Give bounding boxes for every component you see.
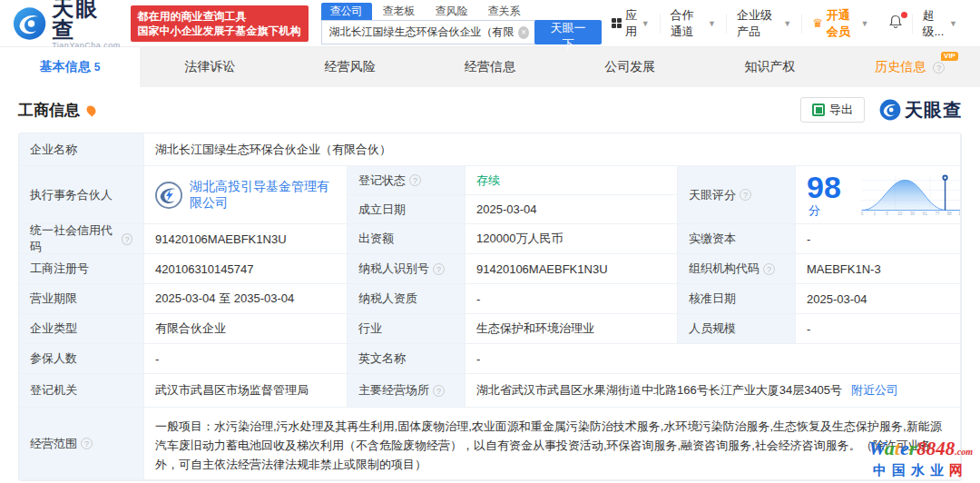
main-tabbar: 基本信息 5 法律诉讼 经营风险 经营信息 公司发展 知识产权 历史信息 VIP: [0, 47, 980, 87]
field-label-insured-count: 参保人数: [19, 344, 144, 374]
field-label-tyc-score: 天眼评分: [678, 166, 796, 224]
question-icon[interactable]: [433, 385, 445, 397]
field-label-org-code: 组织机构代码: [678, 254, 796, 284]
field-value-company-type: 有限合伙企业: [144, 314, 348, 344]
chevron-down-icon: ▼: [783, 19, 791, 28]
watermark-line1: Water8848.com: [868, 439, 973, 461]
business-info-table: 企业名称 湖北长江国绿生态环保合伙企业（有限合伙） 执行事务合伙人 湖北高投引导…: [18, 133, 962, 481]
tab-history-info[interactable]: 历史信息 VIP: [840, 47, 980, 87]
page: 天眼查 TianYanCha.com 都在用的商业查询工具 国家中小企业发展子基…: [0, 0, 980, 483]
apps-grid-icon: [612, 18, 622, 29]
chevron-down-icon: ▼: [949, 19, 957, 28]
field-value-reg-status: 存续: [466, 166, 678, 195]
tab-label: 公司发展: [604, 59, 655, 75]
search-button[interactable]: 天眼一下: [534, 20, 601, 44]
field-value-staff-size: -: [796, 314, 961, 344]
export-button[interactable]: 导出: [800, 97, 865, 123]
search-area: 查公司 查老板 查风险 查关系 × 天眼一下: [321, 3, 602, 44]
vip-badge: VIP: [941, 52, 958, 61]
clear-icon[interactable]: ×: [518, 26, 529, 39]
question-icon[interactable]: [433, 263, 445, 275]
tab-operation-risk[interactable]: 经营风险: [280, 47, 420, 87]
question-icon[interactable]: [409, 174, 421, 186]
field-label-main-premises: 主要经营场所: [348, 374, 466, 408]
logo-text: 天眼查 TianYanCha.com: [52, 0, 121, 50]
search-tab-boss[interactable]: 查老板: [374, 3, 425, 20]
nav-enterprise[interactable]: 企业级产品 ▼: [726, 14, 801, 34]
top-nav: 应用 ▼ 合作通道 ▼ 企业级产品 ▼ ♛ 开通会员 ▼: [602, 14, 967, 34]
tab-count: 5: [94, 61, 101, 74]
field-value-establish-date: 2025-03-04: [466, 195, 678, 224]
svg-text:30: 30: [910, 212, 916, 216]
question-icon[interactable]: [81, 438, 93, 449]
tab-label: 历史信息: [875, 59, 926, 75]
question-icon[interactable]: [763, 263, 775, 275]
field-value-insured-count: -: [144, 344, 348, 374]
field-value-business-scope: 一般项目：水污染治理,污水处理及其再生利用,固体废物治理,农业面源和重金属污染防…: [144, 408, 961, 480]
nearby-companies-link[interactable]: 附近公司: [851, 382, 898, 399]
svg-text:61: 61: [922, 212, 927, 216]
nav-vip[interactable]: ♛ 开通会员 ▼: [801, 14, 878, 34]
question-icon[interactable]: [740, 189, 751, 201]
notification-dot: [901, 12, 907, 18]
tab-label: 基本信息: [40, 59, 91, 75]
question-icon[interactable]: [122, 233, 132, 245]
water8848-watermark: Water8848.com 中国水业网: [868, 439, 973, 479]
excel-icon: [812, 104, 825, 116]
field-value-paid-capital: -: [796, 224, 961, 254]
watermark-line2: 中国水业网: [868, 461, 973, 479]
section-title: 工商信息: [18, 100, 80, 121]
tab-company-development[interactable]: 公司发展: [560, 47, 700, 87]
nav-enterprise-label: 企业级产品: [737, 7, 779, 40]
field-value-reg-authority: 武汉市武昌区市场监督管理局: [144, 374, 348, 408]
partner-company-logo: [155, 182, 182, 209]
nav-channel[interactable]: 合作通道 ▼: [660, 14, 726, 34]
svg-text:77: 77: [935, 212, 940, 216]
tab-operation-info[interactable]: 经营信息: [420, 47, 560, 87]
field-label-credit-code: 统一社会信用代码: [19, 224, 144, 254]
nav-account[interactable]: 超级... ▼: [912, 14, 968, 34]
top-header: 天眼查 TianYanCha.com 都在用的商业查询工具 国家中小企业发展子基…: [0, 0, 980, 47]
tab-label: 经营信息: [465, 59, 515, 75]
score-number: 98分: [807, 172, 851, 219]
field-label-contribution: 出资额: [348, 224, 466, 254]
field-value-main-premises: 湖北省武汉市武昌区水果湖街道中北路166号长江产业大厦34层3405号 附近公司: [466, 374, 961, 408]
brand-watermark-logo: 天眼查: [879, 98, 962, 123]
partner-company-link[interactable]: 湖北高投引导基金管理有限公司: [190, 179, 336, 212]
field-value-contribution: 120000万人民币: [466, 224, 678, 254]
notifications-bell[interactable]: [879, 15, 912, 32]
field-value-reg-number: 420106310145747: [144, 254, 348, 284]
tab-label: 知识产权: [745, 59, 796, 75]
tianyancha-logo[interactable]: 天眼查 TianYanCha.com: [13, 0, 122, 50]
field-label-company-type: 企业类型: [19, 314, 144, 344]
field-label-exec-partner: 执行事务合伙人: [19, 166, 144, 224]
search-tab-risk[interactable]: 查风险: [426, 3, 477, 20]
search-tab-relation[interactable]: 查关系: [479, 3, 530, 20]
tab-basic-info[interactable]: 基本信息 5: [0, 47, 140, 87]
search-tabs: 查公司 查老板 查风险 查关系: [321, 3, 602, 20]
field-value-taxpayer-id: 91420106MAEBFK1N3U: [466, 254, 678, 284]
tab-label: 法律诉讼: [184, 59, 235, 75]
field-value-credit-code: 91420106MAEBFK1N3U: [144, 224, 348, 254]
tab-legal[interactable]: 法律诉讼: [140, 47, 279, 87]
nav-channel-label: 合作通道: [671, 7, 704, 40]
chevron-down-icon: ▼: [708, 19, 716, 28]
field-label-company-name: 企业名称: [19, 133, 144, 166]
crown-icon: ♛: [812, 16, 823, 30]
field-label-business-term: 营业期限: [19, 284, 144, 314]
field-label-taxpayer-qualification: 纳税人资质: [348, 284, 466, 314]
promo-banner: 都在用的商业查询工具 国家中小企业发展子基金旗下机构: [131, 5, 309, 42]
field-label-business-scope: 经营范围: [19, 408, 144, 480]
field-label-taxpayer-id: 纳税人识别号: [348, 254, 466, 284]
search-input[interactable]: [321, 20, 537, 44]
hot-flame-icon: [84, 104, 97, 116]
nav-apps[interactable]: 应用 ▼: [602, 14, 660, 34]
tab-intellectual-property[interactable]: 知识产权: [700, 47, 839, 87]
question-icon[interactable]: [933, 62, 945, 74]
search-tab-company[interactable]: 查公司: [321, 3, 372, 20]
field-label-paid-capital: 实缴资本: [678, 224, 796, 254]
tab-label: 经营风险: [325, 59, 376, 75]
svg-text:10: 10: [897, 212, 903, 216]
svg-text:98: 98: [946, 212, 952, 216]
field-value-org-code: MAEBFK1N-3: [796, 254, 961, 284]
